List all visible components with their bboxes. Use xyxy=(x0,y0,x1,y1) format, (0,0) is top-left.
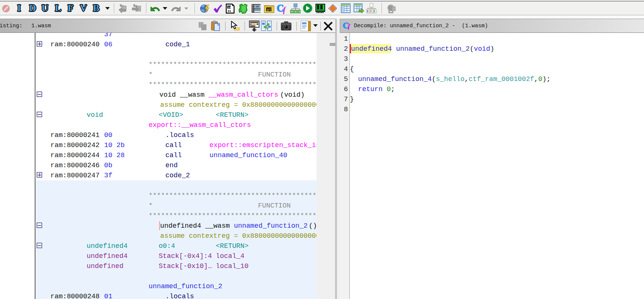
svg-text:DT: DT xyxy=(267,8,271,12)
svg-text:10: 10 xyxy=(228,6,231,9)
svg-text:01: 01 xyxy=(228,10,231,13)
